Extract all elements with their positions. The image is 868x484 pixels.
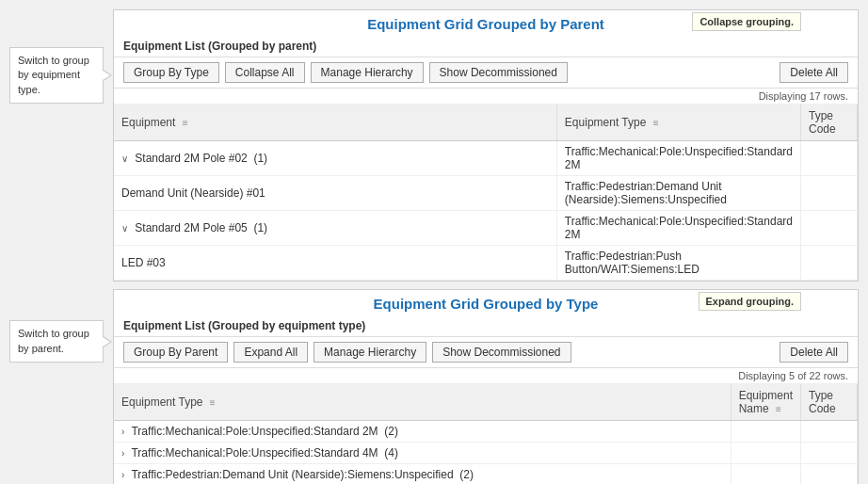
type-code-col-header-b: Type Code <box>801 384 858 421</box>
table-row: Demand Unit (Nearside) #01 Traffic:Pedes… <box>114 176 858 211</box>
switch-to-type-label: Switch to group by equipment type. <box>9 47 104 104</box>
equipment-type-col-icon: ≡ <box>653 118 659 128</box>
chevron-right-icon: › <box>121 448 124 459</box>
chevron-icon: ∨ <box>121 153 128 164</box>
collapse-all-button[interactable]: Collapse All <box>225 62 305 83</box>
table-row: ∨ Standard 2M Pole #05 (1) Traffic:Mecha… <box>114 211 858 246</box>
equipment-type-col-header: Equipment Type ≡ <box>556 105 800 141</box>
top-grid-title: Equipment Grid Grouped by Parent Collaps… <box>114 10 858 36</box>
equipment-col-header: Equipment ≡ <box>114 105 556 141</box>
bottom-grid-section: Equipment Grid Grouped by Type Expand gr… <box>113 289 859 484</box>
type-code-cell <box>801 246 858 281</box>
bottom-toolbar: Group By Parent Expand All Manage Hierar… <box>114 337 858 368</box>
top-display-count: Displaying 17 rows. <box>114 89 858 105</box>
equipment-type-col-header-b: Equipment Type ≡ <box>114 384 731 421</box>
bottom-display-count: Displaying 5 of 22 rows. <box>114 368 858 384</box>
type-code-cell-b <box>801 421 858 443</box>
expand-tooltip: Expand grouping. <box>699 292 802 311</box>
group-by-type-button[interactable]: Group By Type <box>123 62 219 83</box>
type-code-cell <box>801 176 858 211</box>
show-decommissioned-button-top[interactable]: Show Decommissioned <box>429 62 568 83</box>
bottom-grid-subtitle: Equipment List (Grouped by equipment typ… <box>114 315 858 337</box>
switch-parent-text: Switch to group by parent. <box>18 328 89 353</box>
type-code-cell-b <box>801 443 858 464</box>
collapse-tooltip: Collapse grouping. <box>692 12 801 31</box>
type-code-cell <box>801 211 858 246</box>
equipment-name-cell <box>731 421 800 443</box>
equipment-cell-indented: Demand Unit (Nearside) #01 <box>114 176 556 211</box>
equipment-type-cell: Traffic:Pedestrian:Demand Unit (Nearside… <box>556 176 800 211</box>
equipment-type-cell: Traffic:Pedestrian:Push Button/WAIT:Siem… <box>556 246 800 281</box>
top-toolbar: Group By Type Collapse All Manage Hierar… <box>114 57 858 89</box>
equipment-type-cell: Traffic:Mechanical:Pole:Unspecified:Stan… <box>556 141 800 176</box>
switch-type-text: Switch to group by equipment type. <box>18 55 89 95</box>
type-code-cell-b <box>801 464 858 485</box>
table-row: › Traffic:Mechanical:Pole:Unspecified:St… <box>114 421 858 443</box>
expand-all-button[interactable]: Expand All <box>233 342 308 363</box>
equipment-cell: ∨ Standard 2M Pole #05 (1) <box>114 211 556 246</box>
group-by-parent-button[interactable]: Group By Parent <box>123 342 228 363</box>
equipment-name-cell <box>731 464 800 485</box>
table-row: ∨ Standard 2M Pole #02 (1) Traffic:Mecha… <box>114 141 858 176</box>
bottom-grid-table: Equipment Type ≡ Equipment Name ≡ Type C… <box>114 384 858 484</box>
eq-type-col-icon: ≡ <box>210 397 216 408</box>
chevron-right-icon: › <box>121 427 124 437</box>
delete-all-button-bottom[interactable]: Delete All <box>780 342 848 363</box>
show-decommissioned-button-bottom[interactable]: Show Decommissioned <box>432 342 571 363</box>
chevron-right-icon: › <box>121 470 124 480</box>
equipment-col-icon: ≡ <box>183 118 188 128</box>
top-grid-table: Equipment ≡ Equipment Type ≡ Type Code ∨… <box>114 105 858 281</box>
switch-to-parent-label: Switch to group by parent. <box>9 320 104 363</box>
equipment-name-cell <box>731 443 800 464</box>
table-row: › Traffic:Pedestrian:Demand Unit (Nearsi… <box>114 464 858 485</box>
table-row: › Traffic:Mechanical:Pole:Unspecified:St… <box>114 443 858 464</box>
table-row: LED #03 Traffic:Pedestrian:Push Button/W… <box>114 246 858 281</box>
bottom-grid-title: Equipment Grid Grouped by Type Expand gr… <box>114 290 858 315</box>
top-grid-section: Equipment Grid Grouped by Parent Collaps… <box>113 9 859 282</box>
equipment-cell: ∨ Standard 2M Pole #02 (1) <box>114 141 556 176</box>
top-grid-subtitle: Equipment List (Grouped by parent) <box>114 36 858 57</box>
equipment-name-col-header: Equipment Name ≡ <box>731 384 800 421</box>
chevron-icon: ∨ <box>121 223 128 234</box>
manage-hierarchy-button-bottom[interactable]: Manage Hierarchy <box>313 342 426 363</box>
type-code-col-header: Type Code <box>801 105 858 141</box>
equipment-type-cell-b: › Traffic:Mechanical:Pole:Unspecified:St… <box>114 443 731 464</box>
type-code-cell <box>801 141 858 176</box>
delete-all-button-top[interactable]: Delete All <box>780 62 848 83</box>
equipment-cell-indented: LED #03 <box>114 246 556 281</box>
eq-name-col-icon: ≡ <box>776 404 781 414</box>
manage-hierarchy-button-top[interactable]: Manage Hierarchy <box>311 62 424 83</box>
equipment-type-cell-b: › Traffic:Pedestrian:Demand Unit (Nearsi… <box>114 464 731 485</box>
equipment-type-cell: Traffic:Mechanical:Pole:Unspecified:Stan… <box>556 211 800 246</box>
equipment-type-cell-b: › Traffic:Mechanical:Pole:Unspecified:St… <box>114 421 731 443</box>
